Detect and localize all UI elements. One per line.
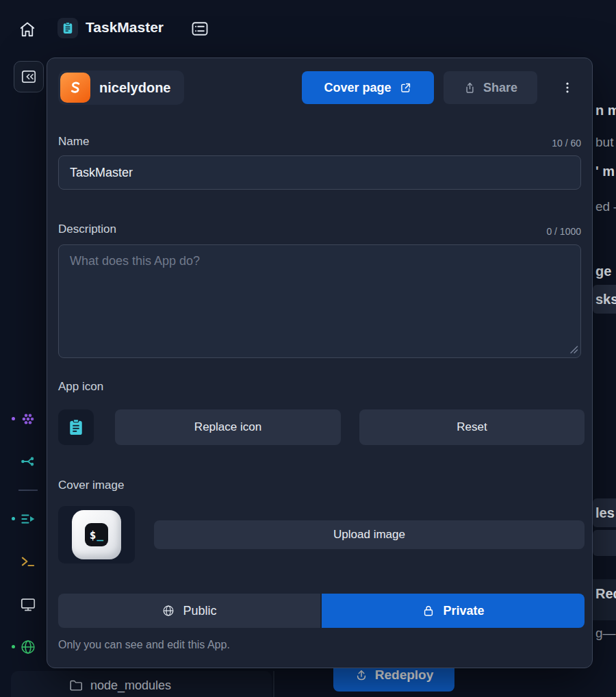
replace-icon-button[interactable]: Replace icon [115,409,341,445]
app-icon-preview [58,409,94,445]
bg-text-fragment: ge [595,264,611,279]
kebab-menu-icon [561,81,574,94]
file-tree-item-label: node_modules [90,679,171,693]
shell-dollar-icon: $_ [85,523,108,546]
terminal-icon [19,553,37,570]
workspace-chip[interactable]: nicelydone [58,71,184,105]
app-window: TaskMaster [0,0,616,697]
reset-icon-button[interactable]: Reset [359,409,585,445]
cover-image-label: Cover image [58,479,124,492]
rail-divider [18,490,38,491]
branch-icon [19,453,37,470]
bg-text-fragment: ' m [595,164,615,179]
share-label: Share [483,81,517,95]
share-button[interactable]: Share [444,71,537,104]
visibility-helper-text: Only you can see and edit this App. [58,639,230,651]
globe-icon [19,638,37,656]
cover-page-label: Cover page [324,81,391,95]
bg-text-fragment: ed – [595,199,616,214]
name-input[interactable] [58,155,581,190]
cover-page-button[interactable]: Cover page [302,71,434,104]
bg-text-fragment: g— [595,626,616,641]
home-icon [18,21,36,38]
private-label: Private [443,604,484,618]
console-log-button[interactable] [189,18,211,40]
bg-strip [593,530,616,556]
collapse-panel-icon [20,68,38,86]
networking-button[interactable] [18,637,38,657]
shell-button[interactable] [18,552,38,571]
app-icon-badge [57,18,78,38]
bg-text-fragment: sks [595,292,616,307]
resize-handle-icon[interactable] [569,345,578,354]
globe-icon [162,604,175,618]
workspace-name: nicelydone [99,80,170,96]
tasks-button[interactable] [18,509,38,529]
output-button[interactable] [18,595,38,614]
visibility-public-button[interactable]: Public [58,594,320,628]
visibility-private-button[interactable]: Private [322,594,585,628]
notification-dot-green [12,645,15,648]
upload-image-button[interactable]: Upload image [154,520,585,549]
public-label: Public [183,604,216,618]
monitor-icon [19,596,37,613]
notification-dot-purple [12,417,15,420]
console-icon [190,19,209,38]
extensions-button[interactable] [18,409,38,429]
bg-text-fragment: n m [595,103,616,118]
share-icon [463,81,476,94]
collapse-sidebar-button[interactable] [14,61,44,92]
external-link-icon [399,81,412,94]
name-char-counter: 10 / 60 [552,138,581,149]
bg-text-fragment: Red [595,586,616,602]
app-title: TaskMaster [86,19,164,36]
lock-icon [422,604,435,618]
bg-text-fragment: but [595,135,613,150]
redeploy-icon [355,668,368,682]
cover-image-preview: $_ [58,506,135,563]
app-icon-label: App icon [58,380,103,394]
home-button[interactable] [16,18,38,40]
cluster-icon [19,410,37,428]
clipboard-icon [61,21,75,35]
workspace-avatar [60,73,90,103]
file-tree-item-node-modules[interactable]: node_modules [68,678,171,693]
cover-cube-shape: $_ [72,510,121,559]
clipboard-icon [66,418,86,437]
more-options-button[interactable] [554,74,581,101]
bg-text-fragment: les [595,505,615,521]
app-settings-modal: nicelydone Cover page Share [47,58,593,668]
description-char-counter: 0 / 1000 [546,226,581,237]
panel-divider [273,671,274,697]
description-textarea[interactable] [58,244,581,358]
run-list-icon [19,510,37,528]
redeploy-label: Redeploy [375,668,434,683]
description-label: Description [58,223,116,236]
notification-dot-teal [12,517,15,520]
workflow-button[interactable] [18,452,38,471]
folder-icon [68,678,84,693]
name-label: Name [58,135,89,149]
